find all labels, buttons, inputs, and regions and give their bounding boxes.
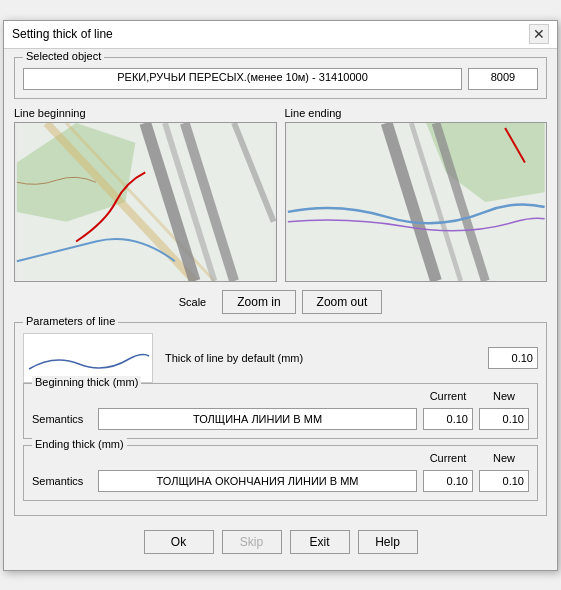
skip-button[interactable]: Skip [222, 530, 282, 554]
ending-new-header: New [479, 452, 529, 464]
close-button[interactable]: ✕ [529, 24, 549, 44]
line-ending-canvas [285, 122, 548, 282]
beginning-semantics-field[interactable] [98, 408, 417, 430]
line-beginning-label: Line beginning [14, 107, 277, 119]
scale-label: Scale [179, 290, 207, 314]
line-ending-label: Line ending [285, 107, 548, 119]
line-beginning-canvas [14, 122, 277, 282]
ending-semantics-label: Semantics [32, 475, 92, 487]
title-bar: Setting thick of line ✕ [4, 21, 557, 49]
line-ending-section: Line ending [285, 107, 548, 282]
line-beginning-section: Line beginning [14, 107, 277, 282]
beginning-thick-group: Beginning thick (mm) Current New Semanti… [23, 383, 538, 439]
beginning-current-header: Current [423, 390, 473, 402]
parameters-label: Parameters of line [23, 315, 118, 327]
beginning-semantics-label: Semantics [32, 413, 92, 425]
exit-button[interactable]: Exit [290, 530, 350, 554]
dialog-title: Setting thick of line [12, 27, 113, 41]
ok-button[interactable]: Ok [144, 530, 214, 554]
thick-default-label: Thick of line by default (mm) [165, 352, 476, 364]
ending-current-header: Current [423, 452, 473, 464]
ending-new-value[interactable] [479, 470, 529, 492]
beginning-new-value[interactable] [479, 408, 529, 430]
thick-default-value[interactable] [488, 347, 538, 369]
object-code-field: 8009 [468, 68, 538, 90]
parameters-group: Parameters of line Thick of line by defa… [14, 322, 547, 516]
ending-semantics-field[interactable] [98, 470, 417, 492]
ending-thick-group: Ending thick (mm) Current New Semantics [23, 445, 538, 501]
zoom-out-button[interactable]: Zoom out [302, 290, 383, 314]
ending-thick-label: Ending thick (mm) [32, 438, 127, 450]
selected-object-label: Selected object [23, 50, 104, 62]
ending-current-value[interactable] [423, 470, 473, 492]
object-name-field: РЕКИ,РУЧЬИ ПЕРЕСЫХ.(менее 10м) - 3141000… [23, 68, 462, 90]
beginning-new-header: New [479, 390, 529, 402]
beginning-current-value[interactable] [423, 408, 473, 430]
help-button[interactable]: Help [358, 530, 418, 554]
selected-object-group: Selected object РЕКИ,РУЧЬИ ПЕРЕСЫХ.(мене… [14, 57, 547, 99]
beginning-thick-label: Beginning thick (mm) [32, 376, 141, 388]
dialog: Setting thick of line ✕ Selected object … [3, 20, 558, 571]
zoom-in-button[interactable]: Zoom in [222, 290, 295, 314]
